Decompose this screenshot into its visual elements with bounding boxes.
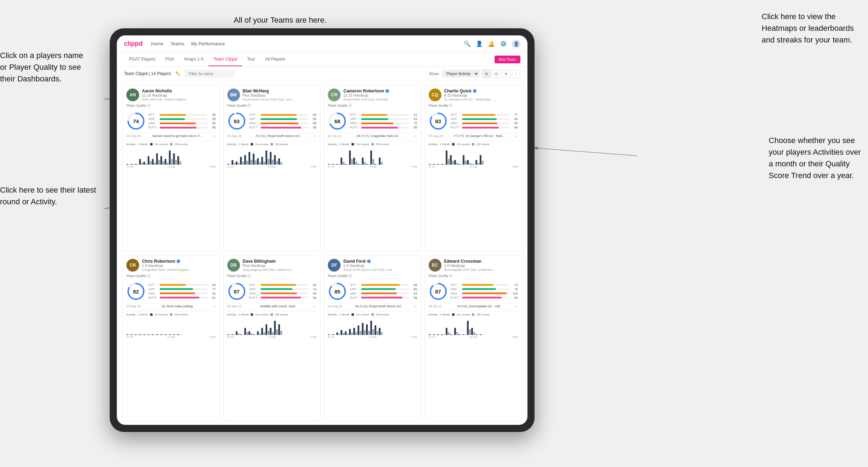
tab-tour[interactable]: Tour: [242, 52, 260, 66]
off-course-label: Off course: [476, 143, 490, 146]
grid-4-view-button[interactable]: ⊞: [482, 69, 491, 78]
player-card[interactable]: CR Cameron Robertson ✓ 11-15 Handicap Ro…: [324, 85, 421, 251]
profile-icon[interactable]: 👤: [476, 40, 483, 47]
off-course-label: Off course: [376, 143, 389, 146]
quality-number: 74: [133, 118, 139, 124]
stat-ott: OTT 77: [451, 113, 518, 116]
quality-circle[interactable]: 93: [227, 112, 246, 131]
latest-round-arrow[interactable]: →: [413, 134, 417, 138]
activities-annotation-text: Choose whether you see your players Acti…: [769, 136, 861, 180]
show-select[interactable]: Player Activity: [442, 70, 479, 77]
quality-number: 93: [234, 118, 240, 124]
nav-home[interactable]: Home: [151, 41, 164, 46]
player-avatar: DF: [328, 259, 341, 272]
settings-icon[interactable]: ⚙️: [500, 40, 507, 47]
stat-app: APP 80: [350, 287, 417, 291]
grid-2-view-button[interactable]: ⊟: [492, 69, 501, 78]
activities-annotation: Choose whether you see your players Acti…: [769, 135, 861, 181]
player-card[interactable]: DF David Ford ✓ 1-5 Handicap Royal North…: [324, 255, 421, 422]
quality-circle[interactable]: 82: [126, 282, 145, 301]
player-name[interactable]: Blair McHarg: [243, 89, 317, 93]
player-card[interactable]: EC Edward Crossman 1-5 Handicap Sunningd…: [425, 255, 522, 422]
ipad-frame: clippd Home Teams My Performance 🔍 👤 🔔 ⚙…: [110, 28, 535, 432]
stats-grid: OTT 84 APP 85 ARG 88 PUTT 95: [249, 113, 317, 129]
filter-button[interactable]: ▼: [502, 69, 510, 78]
player-club: Stag Maging Golf Club, United Kingdom: [243, 268, 296, 272]
player-info: Edward Crossman 1-5 Handicap Sunningdale…: [444, 259, 518, 272]
latest-round-arrow[interactable]: →: [212, 134, 216, 138]
chart-label-start: 31 Jul: [328, 336, 335, 338]
stat-arg: ARG 103: [451, 292, 518, 295]
latest-round[interactable]: 02 Sep 23 Sunset round to get back into …: [126, 133, 216, 139]
latest-round-arrow[interactable]: →: [413, 304, 417, 308]
avatar-icon[interactable]: 👤: [512, 40, 520, 48]
off-course-legend: [371, 313, 374, 316]
chart-label-mid: 21 Aug: [369, 165, 377, 168]
player-name[interactable]: Charlie Quick ✓: [444, 89, 518, 93]
player-card[interactable]: CQ Charlie Quick ✓ 6-10 Handicap St. Geo…: [425, 85, 522, 251]
player-card[interactable]: AN Aaron Nicholls 11-15 Handicap Drift G…: [122, 85, 220, 251]
tab-team-clippd[interactable]: Team Clippd: [209, 52, 242, 66]
stat-ott: OTT 60: [148, 113, 216, 116]
quality-circle[interactable]: 87: [227, 282, 246, 301]
latest-round[interactable]: 26 Aug 23 84 (+12), Royal North Devon GC…: [328, 303, 417, 309]
player-name[interactable]: Edward Crossman: [444, 259, 518, 264]
nav-teams[interactable]: Teams: [171, 41, 184, 46]
player-handicap: Plus Handicap: [243, 264, 317, 268]
latest-round[interactable]: 26 Aug 23 73 (+1), Royal North Devon GC …: [227, 133, 317, 139]
quality-label: Player Quality ⓘ: [227, 274, 317, 278]
activity-header: Activity · 1 Month On course Off course: [328, 313, 417, 316]
latest-round[interactable]: 04 Sep 23 Mobility with coach, Gym →: [227, 303, 317, 309]
quality-circle[interactable]: 85: [328, 282, 347, 301]
nav-my-performance[interactable]: My Performance: [191, 41, 225, 46]
team-title: Team Clippd | 14 Players: [124, 71, 171, 76]
latest-round[interactable]: 07 Aug 23 77 (+7), St George's Hill GC -…: [429, 133, 518, 139]
stats-grid: OTT 61 APP 63 ARG 75 PUTT 85: [350, 113, 417, 129]
team-search-input[interactable]: [185, 70, 234, 77]
latest-round[interactable]: 02 Jul 23 59 (+17), Craigmillar Park GC …: [328, 133, 417, 139]
player-name[interactable]: David Ford ✓: [343, 259, 417, 264]
quality-circle[interactable]: 83: [429, 112, 448, 131]
quality-circle[interactable]: 87: [429, 282, 448, 301]
heatmaps-annotation: Click here to view the Heatmaps or leade…: [762, 11, 854, 46]
stat-ott: OTT 82: [249, 283, 317, 287]
player-name[interactable]: Dave Billingham: [243, 259, 317, 264]
verified-badge: ✓: [367, 260, 371, 263]
add-team-button[interactable]: Add Team: [495, 56, 520, 63]
tab-all-players[interactable]: All Players: [260, 52, 290, 66]
player-handicap: 1-5 Handicap: [444, 264, 518, 268]
latest-round-arrow[interactable]: →: [514, 134, 518, 138]
search-icon[interactable]: 🔍: [464, 40, 471, 47]
latest-round-arrow[interactable]: →: [514, 304, 518, 308]
quality-circle[interactable]: 68: [328, 112, 347, 131]
latest-round-arrow[interactable]: →: [313, 134, 316, 138]
tab-pga[interactable]: PGA: [160, 52, 179, 66]
sort-button[interactable]: ↕: [512, 69, 520, 78]
latest-round[interactable]: 18 Jul 23 74 (+4), Sunningdale GC - Old …: [429, 303, 518, 309]
off-course-legend: [270, 143, 273, 146]
player-name[interactable]: Chris Robertson ✓: [142, 259, 216, 264]
player-card[interactable]: CR Chris Robertson ✓ 1-5 Handicap Craigm…: [122, 255, 220, 422]
stat-app: APP 74: [249, 287, 317, 291]
off-course-label: Off course: [175, 313, 188, 316]
tab-pgat-players[interactable]: PGAT Players: [124, 52, 160, 66]
latest-round-text: Sunset round to get back into it, F...: [152, 134, 202, 138]
player-card[interactable]: BM Blair McHarg Plus Handicap Royal Nort…: [223, 85, 321, 251]
verified-badge: ✓: [386, 89, 389, 93]
latest-round-annotation-text: Click here to see their latest round or …: [0, 186, 96, 206]
bell-icon[interactable]: 🔔: [488, 40, 495, 47]
player-name[interactable]: Aaron Nicholls: [142, 89, 216, 93]
latest-round[interactable]: 03 Mar 23 19, Must make putting →: [126, 303, 216, 309]
latest-round-arrow[interactable]: →: [313, 304, 316, 308]
player-card[interactable]: DB Dave Billingham Plus Handicap Stag Ma…: [223, 255, 321, 422]
player-club: Royal North Devon Golf Club, United Kin.…: [343, 268, 396, 272]
stat-arg: ARG 83: [350, 292, 417, 295]
latest-date: 07 Aug 23: [429, 134, 443, 138]
player-name[interactable]: Cameron Robertson ✓: [343, 89, 417, 93]
edit-icon[interactable]: ✏️: [175, 71, 181, 76]
latest-round-arrow[interactable]: →: [212, 304, 216, 308]
tab-hcaps[interactable]: Hcaps 1-5: [179, 52, 209, 66]
quality-circle[interactable]: 74: [126, 112, 145, 131]
activity-label: Activity · 1 Month: [429, 143, 450, 146]
team-show: Show: Player Activity ⊞ ⊟ ▼ ↕: [429, 69, 520, 78]
